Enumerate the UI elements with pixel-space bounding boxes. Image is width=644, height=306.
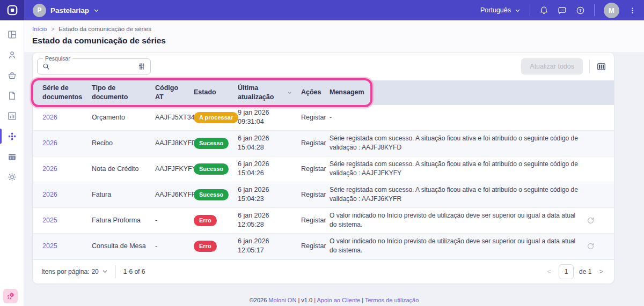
refresh-icon (586, 242, 595, 251)
serie-link[interactable]: 2025 (42, 242, 57, 250)
acoes-cell: Registar (301, 238, 330, 255)
atualizacao-cell: 6 jan 2026 12:05:17 (238, 234, 301, 259)
filter-button[interactable] (137, 62, 146, 71)
page-number-input[interactable]: 1 (559, 264, 574, 279)
serie-link[interactable]: 2026 (42, 139, 57, 147)
retry-button[interactable] (585, 241, 596, 252)
column-header-mensagem[interactable]: Mensagem (330, 85, 585, 100)
columns-button[interactable] (596, 62, 606, 72)
sidebar-item-settings[interactable] (0, 170, 24, 183)
support-link[interactable]: Apoio ao Cliente (317, 297, 360, 303)
tipo-cell: Orçamento (92, 110, 155, 126)
contacts-icon (7, 50, 17, 60)
tipo-cell: Fatura Proforma (92, 213, 155, 229)
registar-action-link[interactable]: Registar (301, 217, 326, 224)
serie-cell: 2026 (42, 161, 92, 177)
serie-cell: 2026 (42, 187, 92, 203)
settings-gear-icon (7, 172, 17, 182)
page-count-label: de 1 (579, 268, 591, 275)
column-header-estado[interactable]: Estado (194, 85, 238, 100)
mensagem-cell: Série registada com sucesso. A situação … (330, 131, 585, 155)
next-page-button[interactable]: > (597, 266, 605, 277)
copyright-text: ©2026 (250, 297, 267, 303)
atualizacao-cell: 9 jan 2026 09:31:04 (238, 105, 301, 130)
serie-link[interactable]: 2026 (42, 114, 57, 121)
topbar-right: Português ? M (480, 3, 644, 18)
registar-action-link[interactable]: Registar (301, 242, 326, 250)
status-badge: Erro (194, 215, 217, 226)
table-body: 2026 Orçamento AAJFJ5XT34 A processar 9 … (33, 105, 614, 259)
main-content: Início > Estado da comunicação de séries… (24, 20, 644, 306)
notifications-button[interactable] (539, 6, 548, 15)
search-input[interactable] (50, 63, 137, 70)
sidebar-item-dashboard[interactable] (0, 28, 24, 41)
page-header: Início > Estado da comunicação de séries… (24, 20, 644, 52)
acoes-cell: Registar (301, 161, 330, 177)
reports-icon (7, 111, 17, 121)
mensagem-cell: O valor indicado no Início previsto de u… (330, 208, 585, 233)
estado-cell: Sucesso (194, 160, 238, 178)
retry-button[interactable] (585, 215, 596, 226)
atualizacao-cell: 6 jan 2026 15:04:23 (238, 182, 301, 207)
sidebar-item-series-communication[interactable] (0, 130, 24, 143)
whats-new-button[interactable] (3, 289, 18, 303)
codigo-at-cell: AAJFJFKYFY (155, 161, 194, 177)
more-menu-button[interactable] (628, 6, 636, 14)
company-selector[interactable]: P Pastelariap (33, 4, 99, 17)
divider (115, 265, 116, 278)
column-header-acoes[interactable]: Ações (301, 85, 330, 100)
user-avatar[interactable]: M (604, 3, 619, 18)
breadcrumb: Início > Estado da comunicação de séries (32, 26, 644, 32)
column-header-ultima-atualizacao[interactable]: Última atualização (238, 80, 301, 105)
prev-page-button[interactable]: < (545, 266, 553, 277)
sidebar-item-sales[interactable] (0, 69, 24, 81)
help-button[interactable]: ? (576, 6, 585, 15)
column-header-tipo[interactable]: Tipo de documento (92, 80, 155, 105)
table-row: 2025 Fatura Proforma - Erro 6 jan 2026 1… (33, 208, 614, 234)
breadcrumb-current: Estado da comunicação de séries (58, 26, 151, 32)
serie-link[interactable]: 2025 (42, 217, 57, 224)
sidebar-item-reports[interactable] (0, 109, 24, 122)
mensagem-cell: O valor indicado no Início previsto de u… (330, 234, 585, 258)
chevron-down-icon (93, 8, 99, 13)
column-header-codigo-at[interactable]: Código AT (155, 80, 194, 105)
brand-link[interactable]: Moloni ON (268, 297, 296, 303)
retry-cell (585, 109, 604, 126)
language-selector[interactable]: Português (480, 6, 521, 14)
toolbar-right: Atualizar todos (521, 58, 606, 74)
serie-cell: 2025 (42, 238, 92, 255)
status-badge: Erro (194, 241, 217, 252)
messages-button[interactable] (558, 6, 567, 15)
registar-action-link[interactable]: Registar (301, 191, 326, 198)
footer-separator: | (314, 297, 316, 303)
breadcrumb-separator: > (52, 26, 55, 32)
company-name: Pastelariap (50, 6, 89, 14)
mensagem-cell: - (330, 110, 585, 125)
column-header-serie[interactable]: Série de documentos (42, 80, 92, 105)
company-avatar: P (33, 4, 46, 17)
acoes-cell: Registar (301, 187, 330, 203)
sidebar-item-calendar[interactable] (0, 150, 24, 163)
divider (594, 4, 595, 16)
serie-link[interactable]: 2026 (42, 165, 57, 173)
sidebar-item-documents[interactable] (0, 89, 24, 102)
pagination-bar: Itens por página: 20 1-6 of 6 < 1 de 1 > (33, 259, 614, 283)
dashboard-icon (7, 29, 17, 40)
terms-link[interactable]: Termos de utilização (365, 297, 419, 303)
registar-action-link[interactable]: Registar (301, 139, 326, 147)
registar-action-link[interactable]: Registar (301, 114, 326, 121)
registar-action-link[interactable]: Registar (301, 165, 326, 173)
retry-cell (585, 237, 604, 255)
refresh-icon (586, 216, 595, 225)
tipo-cell: Consulta de Mesa (92, 238, 155, 255)
breadcrumb-home-link[interactable]: Início (32, 26, 47, 32)
serie-cell: 2026 (42, 136, 92, 152)
tipo-cell: Nota de Crédito (92, 161, 155, 177)
series-hub-icon (7, 131, 17, 141)
sidebar-item-contacts[interactable] (0, 48, 24, 61)
items-per-page-select[interactable]: 20 (91, 268, 107, 275)
serie-link[interactable]: 2026 (42, 191, 57, 198)
update-all-button[interactable]: Atualizar todos (521, 58, 583, 74)
site-footer: ©2026 Moloni ON | v1.0 | Apoio ao Client… (24, 297, 644, 303)
app-logo-icon[interactable] (0, 0, 24, 20)
